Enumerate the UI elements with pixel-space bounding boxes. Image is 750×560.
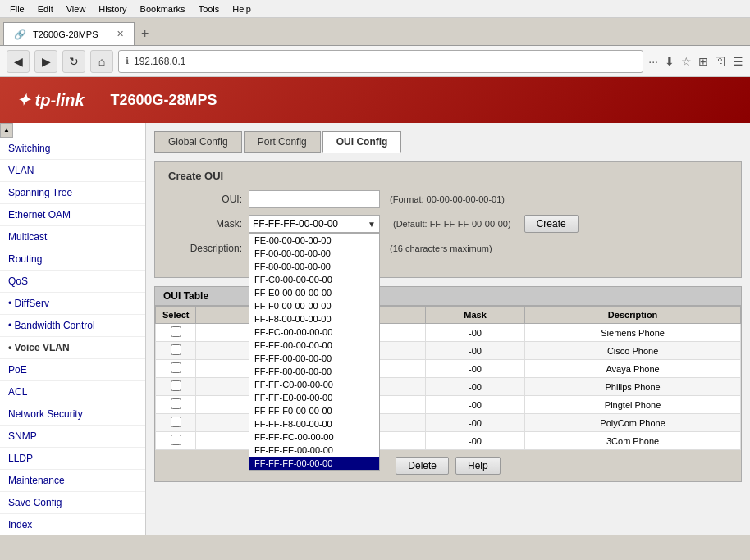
nav-icons: ··· ⬇ ☆ ⊞ ⚿ ☰: [648, 55, 743, 68]
mask-select-wrapper: FF-FF-FF-00-00-00 ▼ FE-00-00-00-00-00 FF…: [249, 215, 380, 233]
menu-bookmarks[interactable]: Bookmarks: [134, 2, 192, 16]
oui-table: Select OUI Mask Description 00-01-e3-00-…: [155, 306, 741, 450]
dropdown-option-10[interactable]: FF-FF-80-00-00-00: [249, 365, 379, 378]
tab-favicon: 🔗: [14, 29, 26, 40]
sidebar-item-vlan[interactable]: VLAN: [0, 160, 145, 182]
menu-edit[interactable]: Edit: [31, 2, 60, 16]
row-checkbox-5[interactable]: [156, 414, 196, 432]
checkbox-2[interactable]: [171, 362, 181, 373]
row-checkbox-3[interactable]: [156, 378, 196, 396]
mask-select-display[interactable]: FF-FF-FF-00-00-00 ▼: [249, 215, 380, 233]
sidebar-item-acl[interactable]: ACL: [0, 381, 145, 403]
row-mask-3: -00: [425, 378, 524, 396]
mask-row: Mask: FF-FF-FF-00-00-00 ▼ FE-00-00-00-00…: [168, 215, 728, 233]
dropdown-option-6[interactable]: FF-F8-00-00-00-00: [249, 312, 379, 326]
sidebar-item-routing[interactable]: Routing: [0, 248, 145, 271]
library-icon[interactable]: ⊞: [698, 55, 708, 68]
menu-tools[interactable]: Tools: [192, 2, 226, 16]
checkbox-3[interactable]: [171, 380, 181, 391]
row-checkbox-1[interactable]: [156, 342, 196, 360]
dropdown-option-4[interactable]: FF-E0-00-00-00-00: [249, 286, 379, 299]
dropdown-option-12[interactable]: FF-FF-E0-00-00-00: [249, 391, 379, 404]
menu-help[interactable]: Help: [226, 2, 258, 16]
dropdown-option-17[interactable]: FF-FF-FF-00-00-00: [249, 457, 379, 470]
sidebar-item-spanning-tree[interactable]: Spanning Tree: [0, 182, 145, 204]
browser-tab[interactable]: 🔗 T2600G-28MPS ✕: [3, 22, 135, 45]
dropdown-option-14[interactable]: FF-FF-F8-00-00-00: [249, 417, 379, 430]
menu-history[interactable]: History: [92, 2, 133, 16]
col-mask: Mask: [425, 307, 524, 324]
sidebar-item-voice-vlan[interactable]: • Voice VLAN: [0, 337, 145, 359]
row-checkbox-0[interactable]: [156, 324, 196, 342]
dropdown-option-0[interactable]: FE-00-00-00-00-00: [249, 234, 379, 247]
checkbox-5[interactable]: [171, 417, 181, 427]
dropdown-option-8[interactable]: FF-FE-00-00-00-00: [249, 339, 379, 352]
dropdown-option-3[interactable]: FF-C0-00-00-00-00: [249, 273, 379, 286]
dropdown-option-2[interactable]: FF-80-00-00-00-00: [249, 260, 379, 273]
sidebar-item-poe[interactable]: PoE: [0, 359, 145, 381]
row-desc-1: Cisco Phone: [525, 342, 741, 360]
dropdown-option-5[interactable]: FF-F0-00-00-00-00: [249, 299, 379, 312]
url-lock-icon: ℹ: [126, 56, 129, 66]
row-checkbox-4[interactable]: [156, 396, 196, 414]
checkbox-0[interactable]: [171, 326, 181, 337]
sidebar-item-snmp[interactable]: SNMP: [0, 426, 145, 448]
row-desc-3: Philips Phone: [525, 378, 741, 396]
help-btn[interactable]: Help: [455, 457, 501, 475]
sidebar-item-qos[interactable]: QoS: [0, 271, 145, 293]
tplink-header: ✦ tp-link T2600G-28MPS: [0, 77, 750, 123]
oui-input[interactable]: [249, 190, 380, 208]
sidebar-item-maintenance[interactable]: Maintenance: [0, 470, 145, 492]
form-title: Create OUI: [168, 170, 728, 182]
sidebar-item-switching[interactable]: Switching: [0, 138, 145, 160]
desc-label: Description:: [168, 243, 242, 254]
url-bar[interactable]: ℹ 192.168.0.1: [118, 50, 643, 73]
sync-icon[interactable]: ⚿: [715, 55, 726, 68]
home-btn[interactable]: ⌂: [90, 50, 113, 73]
dropdown-option-16[interactable]: FF-FF-FE-00-00-00: [249, 444, 379, 457]
tab-title: T2600G-28MPS: [33, 30, 98, 39]
tab-global-config[interactable]: Global Config: [154, 131, 242, 153]
sidebar-item-network-security[interactable]: Network Security: [0, 403, 145, 426]
row-checkbox-2[interactable]: [156, 360, 196, 378]
menu-file[interactable]: File: [3, 2, 31, 16]
pocket-icon[interactable]: ⬇: [665, 55, 675, 68]
dropdown-option-7[interactable]: FF-FC-00-00-00-00: [249, 326, 379, 339]
sidebar-item-diffserv[interactable]: • DiffServ: [0, 293, 145, 315]
checkbox-4[interactable]: [171, 398, 181, 409]
dropdown-option-1[interactable]: FF-00-00-00-00-00: [249, 247, 379, 260]
table-row: 00-01-e3-00-00-0 -00 Siemens Phone: [156, 324, 741, 342]
sidebar-item-ethernet-oam[interactable]: Ethernet OAM: [0, 204, 145, 226]
table-row: 00-d0-1e-00-00-0 -00 Pingtel Phone: [156, 396, 741, 414]
sidebar-item-save-config[interactable]: Save Config: [0, 492, 145, 514]
dropdown-option-9[interactable]: FF-FF-00-00-00-00: [249, 352, 379, 365]
dropdown-option-15[interactable]: FF-FF-FC-00-00-00: [249, 430, 379, 444]
dropdown-option-11[interactable]: FF-FF-C0-00-00-00: [249, 378, 379, 391]
tab-port-config[interactable]: Port Config: [244, 131, 321, 153]
table-row: 00-e0-bb-00-00-0 -00 3Com Phone: [156, 432, 741, 450]
refresh-btn[interactable]: ↻: [62, 50, 85, 73]
checkbox-1[interactable]: [171, 344, 181, 355]
forward-btn[interactable]: ▶: [34, 50, 57, 73]
row-mask-0: -00: [425, 324, 524, 342]
sidebar-item-lldp[interactable]: LLDP: [0, 448, 145, 470]
menu-icon[interactable]: ☰: [733, 55, 743, 68]
sidebar-item-index[interactable]: Index: [0, 514, 145, 535]
tab-oui-config[interactable]: OUI Config: [322, 131, 402, 153]
checkbox-6[interactable]: [171, 435, 181, 445]
row-checkbox-6[interactable]: [156, 432, 196, 450]
sidebar-scroll-up[interactable]: ▲: [0, 123, 13, 138]
create-btn[interactable]: Create: [524, 215, 579, 233]
dropdown-option-13[interactable]: FF-FF-F0-00-00-00: [249, 404, 379, 417]
bookmark-icon[interactable]: ☆: [681, 55, 692, 68]
menu-view[interactable]: View: [60, 2, 93, 16]
sidebar-item-multicast[interactable]: Multicast: [0, 226, 145, 248]
sidebar-item-bandwidth-control[interactable]: • Bandwidth Control: [0, 315, 145, 337]
more-btn[interactable]: ···: [648, 55, 658, 68]
new-tab-btn[interactable]: +: [135, 22, 155, 45]
back-btn[interactable]: ◀: [7, 50, 30, 73]
delete-btn[interactable]: Delete: [396, 457, 449, 475]
mask-dropdown-arrow: ▼: [368, 220, 376, 229]
tab-close-btn[interactable]: ✕: [117, 29, 124, 39]
row-desc-2: Avaya Phone: [525, 360, 741, 378]
